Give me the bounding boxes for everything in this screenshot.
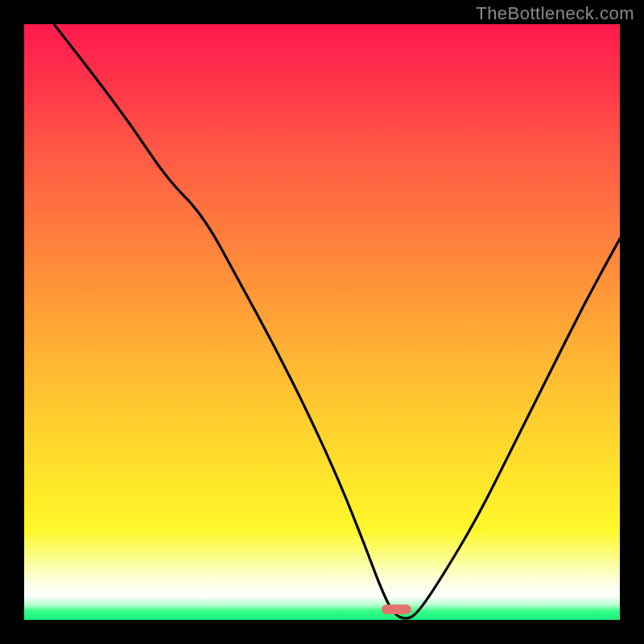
- chart-frame: TheBottleneck.com: [0, 0, 644, 644]
- curve-path: [54, 24, 620, 618]
- bottleneck-curve: [24, 24, 620, 620]
- watermark-text: TheBottleneck.com: [476, 3, 634, 24]
- minimum-marker: [382, 605, 411, 614]
- plot-area: [24, 24, 620, 620]
